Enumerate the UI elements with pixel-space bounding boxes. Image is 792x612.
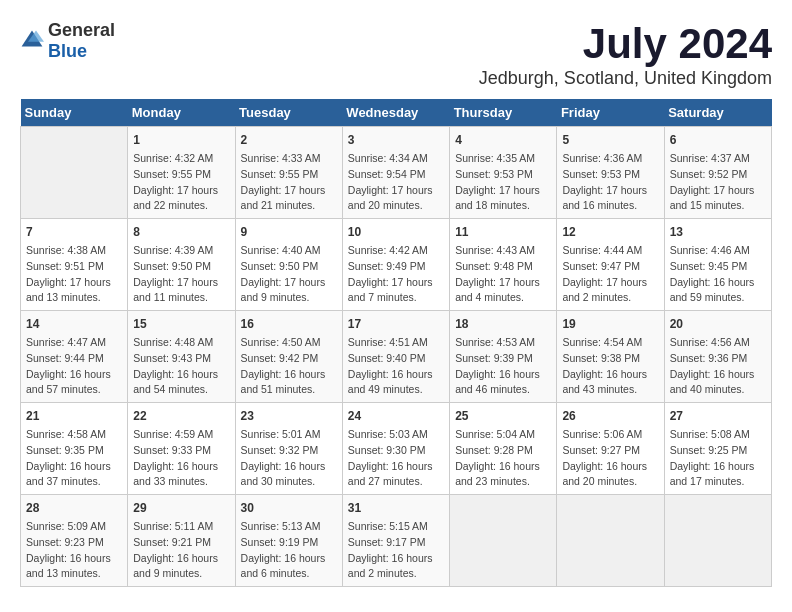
day-number: 24 xyxy=(348,407,444,425)
day-number: 29 xyxy=(133,499,229,517)
calendar-cell: 7Sunrise: 4:38 AMSunset: 9:51 PMDaylight… xyxy=(21,219,128,311)
calendar-cell xyxy=(21,127,128,219)
day-number: 21 xyxy=(26,407,122,425)
cell-sun-info: Sunrise: 5:04 AMSunset: 9:28 PMDaylight:… xyxy=(455,427,551,490)
calendar-cell xyxy=(557,495,664,587)
cell-sun-info: Sunrise: 4:32 AMSunset: 9:55 PMDaylight:… xyxy=(133,151,229,214)
month-year-title: July 2024 xyxy=(479,20,772,68)
cell-sun-info: Sunrise: 4:51 AMSunset: 9:40 PMDaylight:… xyxy=(348,335,444,398)
calendar-cell: 10Sunrise: 4:42 AMSunset: 9:49 PMDayligh… xyxy=(342,219,449,311)
day-number: 11 xyxy=(455,223,551,241)
calendar-cell: 16Sunrise: 4:50 AMSunset: 9:42 PMDayligh… xyxy=(235,311,342,403)
day-number: 18 xyxy=(455,315,551,333)
calendar-cell: 23Sunrise: 5:01 AMSunset: 9:32 PMDayligh… xyxy=(235,403,342,495)
location-subtitle: Jedburgh, Scotland, United Kingdom xyxy=(479,68,772,89)
cell-sun-info: Sunrise: 4:58 AMSunset: 9:35 PMDaylight:… xyxy=(26,427,122,490)
day-header-friday: Friday xyxy=(557,99,664,127)
day-number: 7 xyxy=(26,223,122,241)
page-header: General Blue July 2024 Jedburgh, Scotlan… xyxy=(20,20,772,89)
calendar-cell: 14Sunrise: 4:47 AMSunset: 9:44 PMDayligh… xyxy=(21,311,128,403)
calendar-cell: 30Sunrise: 5:13 AMSunset: 9:19 PMDayligh… xyxy=(235,495,342,587)
cell-sun-info: Sunrise: 4:36 AMSunset: 9:53 PMDaylight:… xyxy=(562,151,658,214)
calendar-cell xyxy=(664,495,771,587)
calendar-table: SundayMondayTuesdayWednesdayThursdayFrid… xyxy=(20,99,772,587)
calendar-cell xyxy=(450,495,557,587)
cell-sun-info: Sunrise: 4:54 AMSunset: 9:38 PMDaylight:… xyxy=(562,335,658,398)
cell-sun-info: Sunrise: 4:39 AMSunset: 9:50 PMDaylight:… xyxy=(133,243,229,306)
calendar-cell: 11Sunrise: 4:43 AMSunset: 9:48 PMDayligh… xyxy=(450,219,557,311)
day-number: 1 xyxy=(133,131,229,149)
cell-sun-info: Sunrise: 5:08 AMSunset: 9:25 PMDaylight:… xyxy=(670,427,766,490)
cell-sun-info: Sunrise: 4:43 AMSunset: 9:48 PMDaylight:… xyxy=(455,243,551,306)
day-number: 19 xyxy=(562,315,658,333)
cell-sun-info: Sunrise: 4:37 AMSunset: 9:52 PMDaylight:… xyxy=(670,151,766,214)
day-number: 20 xyxy=(670,315,766,333)
cell-sun-info: Sunrise: 5:09 AMSunset: 9:23 PMDaylight:… xyxy=(26,519,122,582)
day-number: 23 xyxy=(241,407,337,425)
calendar-cell: 21Sunrise: 4:58 AMSunset: 9:35 PMDayligh… xyxy=(21,403,128,495)
day-number: 12 xyxy=(562,223,658,241)
day-number: 10 xyxy=(348,223,444,241)
day-number: 8 xyxy=(133,223,229,241)
day-number: 28 xyxy=(26,499,122,517)
calendar-cell: 25Sunrise: 5:04 AMSunset: 9:28 PMDayligh… xyxy=(450,403,557,495)
day-header-thursday: Thursday xyxy=(450,99,557,127)
day-number: 6 xyxy=(670,131,766,149)
cell-sun-info: Sunrise: 4:56 AMSunset: 9:36 PMDaylight:… xyxy=(670,335,766,398)
day-number: 5 xyxy=(562,131,658,149)
logo-general: General xyxy=(48,20,115,40)
day-number: 22 xyxy=(133,407,229,425)
calendar-cell: 22Sunrise: 4:59 AMSunset: 9:33 PMDayligh… xyxy=(128,403,235,495)
calendar-cell: 13Sunrise: 4:46 AMSunset: 9:45 PMDayligh… xyxy=(664,219,771,311)
calendar-week-2: 7Sunrise: 4:38 AMSunset: 9:51 PMDaylight… xyxy=(21,219,772,311)
day-header-tuesday: Tuesday xyxy=(235,99,342,127)
day-header-saturday: Saturday xyxy=(664,99,771,127)
cell-sun-info: Sunrise: 4:48 AMSunset: 9:43 PMDaylight:… xyxy=(133,335,229,398)
title-block: July 2024 Jedburgh, Scotland, United Kin… xyxy=(479,20,772,89)
calendar-cell: 3Sunrise: 4:34 AMSunset: 9:54 PMDaylight… xyxy=(342,127,449,219)
calendar-cell: 20Sunrise: 4:56 AMSunset: 9:36 PMDayligh… xyxy=(664,311,771,403)
calendar-cell: 9Sunrise: 4:40 AMSunset: 9:50 PMDaylight… xyxy=(235,219,342,311)
calendar-cell: 24Sunrise: 5:03 AMSunset: 9:30 PMDayligh… xyxy=(342,403,449,495)
day-header-monday: Monday xyxy=(128,99,235,127)
calendar-body: 1Sunrise: 4:32 AMSunset: 9:55 PMDaylight… xyxy=(21,127,772,587)
day-header-sunday: Sunday xyxy=(21,99,128,127)
cell-sun-info: Sunrise: 4:38 AMSunset: 9:51 PMDaylight:… xyxy=(26,243,122,306)
calendar-week-5: 28Sunrise: 5:09 AMSunset: 9:23 PMDayligh… xyxy=(21,495,772,587)
cell-sun-info: Sunrise: 4:46 AMSunset: 9:45 PMDaylight:… xyxy=(670,243,766,306)
day-number: 30 xyxy=(241,499,337,517)
cell-sun-info: Sunrise: 4:42 AMSunset: 9:49 PMDaylight:… xyxy=(348,243,444,306)
day-number: 2 xyxy=(241,131,337,149)
day-number: 17 xyxy=(348,315,444,333)
calendar-week-4: 21Sunrise: 4:58 AMSunset: 9:35 PMDayligh… xyxy=(21,403,772,495)
day-number: 16 xyxy=(241,315,337,333)
day-header-row: SundayMondayTuesdayWednesdayThursdayFrid… xyxy=(21,99,772,127)
calendar-cell: 28Sunrise: 5:09 AMSunset: 9:23 PMDayligh… xyxy=(21,495,128,587)
calendar-cell: 1Sunrise: 4:32 AMSunset: 9:55 PMDaylight… xyxy=(128,127,235,219)
calendar-cell: 27Sunrise: 5:08 AMSunset: 9:25 PMDayligh… xyxy=(664,403,771,495)
calendar-week-3: 14Sunrise: 4:47 AMSunset: 9:44 PMDayligh… xyxy=(21,311,772,403)
calendar-week-1: 1Sunrise: 4:32 AMSunset: 9:55 PMDaylight… xyxy=(21,127,772,219)
calendar-cell: 5Sunrise: 4:36 AMSunset: 9:53 PMDaylight… xyxy=(557,127,664,219)
cell-sun-info: Sunrise: 5:03 AMSunset: 9:30 PMDaylight:… xyxy=(348,427,444,490)
cell-sun-info: Sunrise: 4:35 AMSunset: 9:53 PMDaylight:… xyxy=(455,151,551,214)
cell-sun-info: Sunrise: 4:40 AMSunset: 9:50 PMDaylight:… xyxy=(241,243,337,306)
cell-sun-info: Sunrise: 4:44 AMSunset: 9:47 PMDaylight:… xyxy=(562,243,658,306)
day-number: 27 xyxy=(670,407,766,425)
calendar-cell: 4Sunrise: 4:35 AMSunset: 9:53 PMDaylight… xyxy=(450,127,557,219)
logo-blue: Blue xyxy=(48,41,87,61)
calendar-cell: 15Sunrise: 4:48 AMSunset: 9:43 PMDayligh… xyxy=(128,311,235,403)
calendar-cell: 31Sunrise: 5:15 AMSunset: 9:17 PMDayligh… xyxy=(342,495,449,587)
calendar-header: SundayMondayTuesdayWednesdayThursdayFrid… xyxy=(21,99,772,127)
logo: General Blue xyxy=(20,20,115,62)
cell-sun-info: Sunrise: 4:53 AMSunset: 9:39 PMDaylight:… xyxy=(455,335,551,398)
calendar-cell: 29Sunrise: 5:11 AMSunset: 9:21 PMDayligh… xyxy=(128,495,235,587)
cell-sun-info: Sunrise: 4:50 AMSunset: 9:42 PMDaylight:… xyxy=(241,335,337,398)
cell-sun-info: Sunrise: 4:59 AMSunset: 9:33 PMDaylight:… xyxy=(133,427,229,490)
cell-sun-info: Sunrise: 4:33 AMSunset: 9:55 PMDaylight:… xyxy=(241,151,337,214)
cell-sun-info: Sunrise: 4:34 AMSunset: 9:54 PMDaylight:… xyxy=(348,151,444,214)
logo-icon xyxy=(20,29,44,53)
calendar-cell: 18Sunrise: 4:53 AMSunset: 9:39 PMDayligh… xyxy=(450,311,557,403)
day-number: 4 xyxy=(455,131,551,149)
day-number: 31 xyxy=(348,499,444,517)
